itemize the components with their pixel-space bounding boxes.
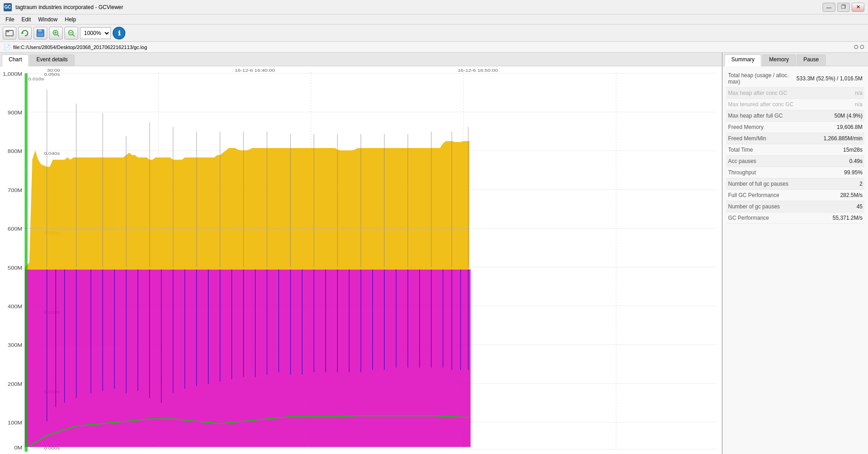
stats-value: 50M (4.9%) [808,113,863,119]
close-button[interactable]: ✕ [852,3,864,12]
zoom-in-icon [52,29,60,37]
stats-content: Total heap (usage / alloc. max)533.3M (5… [723,66,868,454]
svg-rect-5 [38,33,43,36]
svg-rect-110 [25,73,27,451]
chart-area[interactable]: 1,000M 900M 800M 700M 600M 500M 400M 300… [0,66,722,454]
stats-row: GC Performance55,371.2M/s [726,212,864,224]
stats-value: n/a [808,101,863,108]
open-file-button[interactable] [3,27,16,39]
stats-value: 0.49s [808,158,863,164]
stats-value: 45 [808,203,863,210]
stats-panel: Summary Memory Pause Total heap (usage /… [723,53,868,454]
chart-panel: Chart Event details 1,000M 900M 800M 700… [0,53,723,454]
file-icon: 📄 [4,44,10,50]
stats-tab-pause[interactable]: Pause [797,54,826,66]
stats-label: Max heap after conc GC [728,90,808,96]
svg-text:16-12-6 16:50:00: 16-12-6 16:50:00 [458,68,498,73]
info-button[interactable]: ℹ [113,27,125,39]
chart-tabs: Chart Event details [0,53,722,66]
stats-value: 2 [808,181,863,187]
svg-rect-51 [25,270,471,447]
menu-window[interactable]: Window [35,15,61,24]
stats-tab-summary[interactable]: Summary [724,54,761,66]
stats-label: Max heap after full GC [728,113,808,119]
stats-label: Total Time [728,147,808,153]
title-bar: GC tagtraum industries incorporated - GC… [0,0,868,15]
tab-chart[interactable]: Chart [2,54,29,66]
stats-label: Total heap (usage / alloc. max) [728,72,797,85]
stats-value: 19,606.8M [808,124,863,130]
path-expand-button[interactable]: ⬡ ⬡ [854,44,864,50]
menu-help[interactable]: Help [61,15,80,24]
stats-value: 55,371.2M/s [808,215,863,221]
svg-text:30:00: 30:00 [47,68,60,73]
main-area: Chart Event details 1,000M 900M 800M 700… [0,53,868,454]
svg-text:16-12-6 16:40:00: 16-12-6 16:40:00 [235,68,275,73]
save-button[interactable] [34,27,47,39]
reload-icon [21,29,29,37]
stats-value: n/a [808,90,863,96]
svg-text:200M: 200M [8,381,22,386]
stats-row: Max tenured after conc GCn/a [726,99,864,110]
stats-row: Freed Memory19,606.8M [726,122,864,133]
menu-bar: File Edit Window Help [0,15,868,25]
svg-marker-2 [21,32,24,34]
stats-tab-memory[interactable]: Memory [762,54,795,66]
svg-text:100M: 100M [8,420,22,425]
file-path: file:C:/Users/28054/Desktop/20368_201706… [13,44,147,50]
title-text: tagtraum industries incorporated - GCVie… [15,4,823,10]
stats-row: Total heap (usage / alloc. max)533.3M (5… [726,70,864,88]
zoom-in-button[interactable] [49,27,63,39]
stats-value: 15m28s [808,147,863,153]
stats-row: Freed Mem/Min1,266.885M/min [726,133,864,144]
stats-value: 1,266.885M/min [808,135,863,142]
stats-label: Acc pauses [728,158,808,164]
file-path-bar: 📄 file:C:/Users/28054/Desktop/20368_2017… [0,42,868,53]
stats-row: Max heap after conc GCn/a [726,88,864,99]
svg-text:600M: 600M [8,226,22,231]
svg-text:800M: 800M [8,149,22,154]
stats-value: 282.5M/s [808,192,863,198]
tab-event-details[interactable]: Event details [30,54,74,66]
save-icon [36,29,45,37]
stats-row: Throughput99.95% [726,167,864,178]
stats-row: Total Time15m28s [726,144,864,156]
menu-file[interactable]: File [2,15,18,24]
svg-text:500M: 500M [8,265,22,270]
stats-label: Number of gc pauses [728,203,808,210]
stats-label: GC Performance [728,215,808,221]
svg-text:0M: 0M [14,445,22,450]
stats-tabs: Summary Memory Pause [723,53,868,66]
svg-rect-4 [38,30,42,32]
restore-button[interactable]: ❐ [837,3,850,12]
stats-row: Max heap after full GC50M (4.9%) [726,110,864,122]
svg-text:0.010s: 0.010s [28,76,44,81]
minimize-button[interactable]: — [823,3,835,12]
stats-row: Acc pauses0.49s [726,156,864,167]
svg-text:0.040s: 0.040s [44,151,60,156]
stats-label: Freed Mem/Min [728,135,808,142]
stats-label: Throughput [728,169,808,176]
stats-label: Full GC Performance [728,192,808,198]
app-icon: GC [4,3,12,11]
stats-row: Number of gc pauses45 [726,201,864,212]
stats-row: Full GC Performance282.5M/s [726,190,864,201]
stats-row: Number of full gc pauses2 [726,178,864,190]
reload-button[interactable] [18,27,32,39]
stats-label: Number of full gc pauses [728,181,808,187]
stats-label: Freed Memory [728,124,808,130]
svg-text:900M: 900M [8,110,22,115]
stats-label: Max tenured after conc GC [728,101,808,108]
open-icon [5,29,14,37]
svg-line-11 [73,35,74,36]
svg-text:1,000M: 1,000M [3,71,22,76]
window-controls: — ❐ ✕ [823,3,864,12]
menu-edit[interactable]: Edit [18,15,35,24]
stats-value: 99.95% [808,169,863,176]
chart-svg: 1,000M 900M 800M 700M 600M 500M 400M 300… [0,66,722,454]
zoom-out-icon [67,29,75,37]
zoom-select[interactable]: 100% 500% 1000% 2000% [80,27,111,39]
svg-text:700M: 700M [8,188,22,192]
zoom-out-button[interactable] [64,27,78,39]
toolbar: 100% 500% 1000% 2000% ℹ [0,25,868,42]
